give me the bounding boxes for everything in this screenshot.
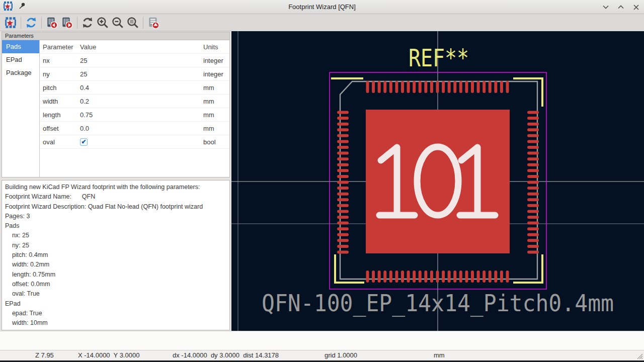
footprint-name-text: QFN-100_EP_14x14_Pitch0.4mm — [262, 290, 614, 317]
parameter-name: offset — [43, 125, 59, 132]
parameter-name: width — [43, 98, 58, 105]
parameter-row-pitch: pitch0.4mm — [40, 81, 229, 95]
toolbar — [0, 14, 644, 31]
log-line: oval: True — [5, 289, 226, 299]
log-line: width: 10mm — [5, 318, 226, 328]
wizard-log-panel[interactable]: Building new KiCad FP Wizard footprint w… — [2, 180, 230, 330]
zoom-in-button[interactable] — [95, 15, 110, 30]
log-line: width: 0.2mm — [5, 260, 226, 269]
parameter-units: mm — [203, 98, 214, 105]
status-units: mm — [434, 351, 445, 359]
parameter-units: bool — [203, 138, 216, 146]
log-line: Footprint Wizard Name: QFN — [5, 192, 226, 202]
parameter-row-nx: nx25integer — [40, 54, 229, 67]
column-header-units: Units — [203, 43, 218, 51]
log-line: ny: 25 — [5, 241, 226, 250]
parameter-name: pitch — [43, 84, 56, 92]
zoom-to-fit-button[interactable] — [125, 15, 140, 30]
parameter-value-field[interactable]: 25 — [80, 57, 87, 64]
titlebar: Footprint Wizard [QFN] — [0, 0, 644, 14]
parameter-value-field[interactable]: 0.0 — [80, 125, 89, 132]
parameters-table-header: Parameter Value Units — [40, 40, 229, 54]
parameter-units: integer — [203, 57, 223, 64]
parameter-value-field[interactable]: 0.2 — [80, 98, 89, 105]
footprint-preview-canvas[interactable]: REF** QFN-100_EP_14x14_Pitch0.4mm — [231, 30, 644, 331]
export-footprint-to-editor-button[interactable] — [146, 15, 161, 30]
parameters-table: Parameter Value Units nx25integerny25int… — [40, 40, 229, 177]
redraw-view-button[interactable] — [80, 15, 95, 30]
parameter-value-field[interactable]: 0.4 — [80, 84, 89, 92]
column-header-value: Value — [80, 43, 96, 51]
page-list-item-pads[interactable]: Pads — [2, 40, 39, 53]
parameter-name: oval — [43, 138, 55, 146]
maximize-icon[interactable] — [617, 3, 625, 11]
page-list-item-epad[interactable]: EPad — [2, 53, 39, 66]
footprint-info-bar: REF**QFN-100_EP_14x14_Pitch0.4mm Board S… — [0, 331, 644, 350]
zoom-out-button[interactable] — [110, 15, 125, 30]
close-icon[interactable] — [632, 3, 640, 11]
log-line: length: 0.75mm — [5, 270, 226, 280]
parameter-name: length — [43, 111, 60, 119]
log-line: pitch: 0.4mm — [5, 250, 226, 260]
parameter-name: ny — [43, 70, 50, 78]
parameter-units: mm — [203, 84, 214, 92]
parameter-units: mm — [203, 125, 214, 132]
page-list-item-package[interactable]: Package — [2, 66, 39, 79]
parameter-row-width: width0.2mm — [40, 95, 229, 108]
parameter-value-field[interactable]: 25 — [80, 70, 87, 78]
log-line: length: 10mm — [5, 328, 226, 330]
parameters-panel: PadsEPadPackage Parameter Value Units nx… — [2, 40, 230, 177]
column-header-parameter: Parameter — [43, 43, 73, 51]
reload-footprint-button[interactable] — [24, 15, 39, 30]
parameter-row-ny: ny25integer — [40, 67, 229, 81]
parameter-name: nx — [43, 57, 50, 64]
parameter-value-field[interactable]: 0.75 — [80, 111, 93, 119]
status-relative-position: dx -14.0000 dy 3.0000 dist 14.3178 — [173, 351, 279, 359]
log-line: offset: 0.0mm — [5, 280, 226, 289]
parameter-row-offset: offset0.0mm — [40, 122, 229, 135]
exposed-pad — [366, 110, 510, 253]
oval-checkbox[interactable]: ✔ — [80, 138, 88, 146]
status-grid-size: grid 1.0000 — [325, 351, 357, 359]
footprint-wizard-select-button[interactable] — [3, 15, 18, 30]
previous-parameters-page-button[interactable] — [44, 15, 59, 30]
resize-grip[interactable] — [636, 352, 643, 361]
log-line: epad: True — [5, 309, 226, 318]
log-line: EPad — [5, 299, 226, 309]
minimize-icon[interactable] — [602, 3, 610, 11]
parameter-units: integer — [203, 70, 223, 78]
log-line: Pads — [5, 221, 226, 231]
status-bar: Z 7.95 X -14.0000 Y 3.0000 dx -14.0000 d… — [0, 350, 644, 360]
log-line: Building new KiCad FP Wizard footprint w… — [5, 183, 226, 192]
parameter-row-length: length0.75mm — [40, 108, 229, 122]
log-line: Footprint Wizard Description: Quad Flat … — [5, 202, 226, 212]
log-line: Pages: 3 — [5, 212, 226, 221]
parameter-row-oval: oval✔bool — [40, 135, 229, 149]
parameter-units: mm — [203, 111, 214, 119]
next-parameters-page-button[interactable] — [59, 15, 74, 30]
reference-designator-text: REF** — [409, 44, 469, 72]
parameters-caption: Parameters — [2, 32, 230, 40]
wizard-page-list: PadsEPadPackage — [2, 40, 40, 177]
status-zoom-level: Z 7.95 — [35, 351, 54, 359]
window-title: Footprint Wizard [QFN] — [0, 3, 644, 11]
status-cursor-position: X -14.0000 Y 3.0000 — [78, 351, 139, 359]
log-line: nx: 25 — [5, 231, 226, 240]
